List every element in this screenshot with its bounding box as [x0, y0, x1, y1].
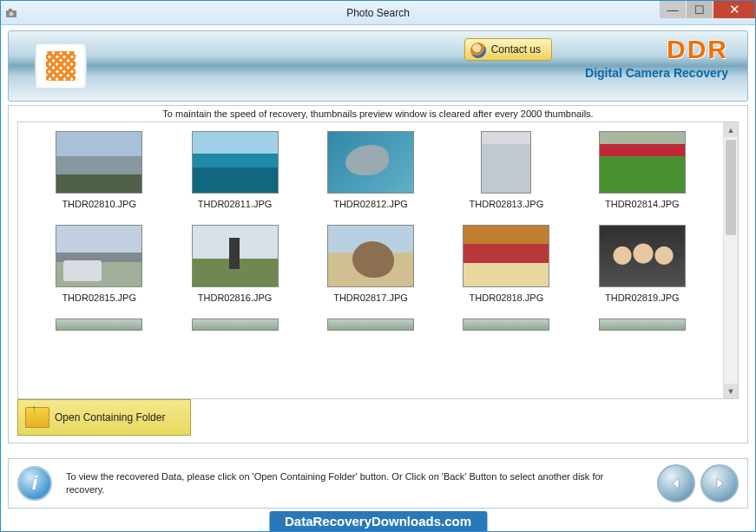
thumbnail-item[interactable]: [36, 319, 162, 331]
thumbnail-item[interactable]: THDR02813.JPG: [443, 131, 569, 209]
thumbnail-item[interactable]: THDR02814.JPG: [579, 131, 706, 209]
scroll-up-icon[interactable]: ▲: [724, 122, 738, 137]
app-logo: [35, 43, 87, 89]
thumbnail-filename: THDR02815.JPG: [62, 292, 136, 303]
brand-subtitle: Digital Camera Recovery: [585, 66, 728, 80]
open-folder-label: Open Containing Folder: [55, 411, 165, 424]
arrow-left-icon: [668, 476, 684, 491]
thumbnail-filename: THDR02816.JPG: [198, 292, 273, 303]
thumbnail-item[interactable]: [443, 319, 569, 331]
app-window: Photo Search — ☐ ✕ Contact us DDR Digita…: [0, 0, 756, 532]
thumbnail-image: [327, 131, 414, 194]
thumbnail-grid: THDR02810.JPG THDR02811.JPG THDR02812.JP…: [18, 122, 723, 339]
thumbnail-item[interactable]: [307, 319, 434, 331]
thumbnail-item[interactable]: THDR02815.JPG: [36, 225, 162, 303]
forward-button[interactable]: [700, 464, 739, 502]
titlebar: Photo Search — ☐ ✕: [1, 1, 755, 25]
open-containing-folder-button[interactable]: Open Containing Folder: [17, 399, 191, 436]
info-icon: i: [17, 466, 52, 501]
thumbnail-area: THDR02810.JPG THDR02811.JPG THDR02812.JP…: [17, 122, 739, 399]
contact-us-button[interactable]: Contact us: [464, 38, 552, 61]
header-banner: Contact us DDR Digital Camera Recovery: [8, 30, 748, 102]
scroll-down-icon[interactable]: ▼: [724, 384, 738, 398]
back-button[interactable]: [657, 464, 695, 502]
thumbnail-item[interactable]: THDR02817.JPG: [307, 225, 434, 303]
window-controls: — ☐ ✕: [660, 1, 755, 18]
watermark: DataRecoveryDownloads.com: [269, 511, 487, 531]
thumbnail-image: [192, 225, 279, 287]
thumbnail-image: [56, 131, 142, 194]
thumbnail-item[interactable]: THDR02812.JPG: [307, 131, 434, 209]
scroll-thumb[interactable]: [726, 140, 736, 235]
maximize-button[interactable]: ☐: [687, 1, 713, 18]
thumbnail-filename: THDR02810.JPG: [62, 199, 136, 209]
svg-rect-1: [9, 9, 12, 11]
thumbnail-image: [481, 131, 531, 194]
main-panel: To maintain the speed of recovery, thumb…: [8, 105, 748, 443]
window-title: Photo Search: [346, 7, 410, 19]
arrow-right-icon: [712, 476, 727, 491]
info-strip: To maintain the speed of recovery, thumb…: [9, 106, 747, 122]
thumbnail-image: [463, 319, 549, 331]
thumbnail-image: [327, 319, 414, 331]
thumbnail-filename: THDR02819.JPG: [605, 292, 680, 303]
thumbnail-filename: THDR02811.JPG: [198, 199, 273, 209]
footer-bar: i To view the recovered Data, please cli…: [8, 458, 748, 509]
thumbnail-image: [56, 225, 142, 287]
footer-text: To view the recovered Data, please click…: [66, 470, 652, 497]
thumbnail-item[interactable]: THDR02819.JPG: [579, 225, 706, 303]
thumbnail-item[interactable]: [579, 319, 706, 331]
thumbnail-image: [192, 131, 279, 194]
thumbnail-item[interactable]: THDR02810.JPG: [36, 131, 162, 209]
thumbnail-image: [599, 319, 686, 331]
thumbnail-item[interactable]: THDR02818.JPG: [443, 225, 569, 303]
thumbnail-image: [56, 319, 142, 331]
thumbnail-image: [327, 225, 414, 287]
minimize-button[interactable]: —: [660, 1, 686, 18]
thumbnail-item[interactable]: THDR02816.JPG: [171, 225, 298, 303]
thumbnail-item[interactable]: [171, 319, 298, 331]
brand-block: DDR Digital Camera Recovery: [585, 36, 728, 80]
app-icon: [1, 8, 22, 18]
svg-point-2: [10, 11, 14, 16]
scrollbar[interactable]: ▲ ▼: [723, 122, 738, 398]
brand-ddr: DDR: [585, 36, 728, 62]
thumbnail-filename: THDR02814.JPG: [605, 199, 680, 209]
thumbnail-image: [599, 225, 686, 287]
thumbnail-filename: THDR02818.JPG: [470, 292, 544, 303]
close-button[interactable]: ✕: [713, 1, 755, 18]
contact-us-label: Contact us: [491, 43, 541, 56]
thumbnail-image: [192, 319, 279, 331]
thumbnail-item[interactable]: THDR02811.JPG: [171, 131, 298, 209]
thumbnail-filename: THDR02813.JPG: [470, 199, 544, 209]
thumbnail-image: [599, 131, 686, 194]
thumbnail-filename: THDR02812.JPG: [333, 199, 408, 209]
thumbnail-image: [463, 225, 549, 287]
thumbnail-filename: THDR02817.JPG: [333, 292, 408, 303]
